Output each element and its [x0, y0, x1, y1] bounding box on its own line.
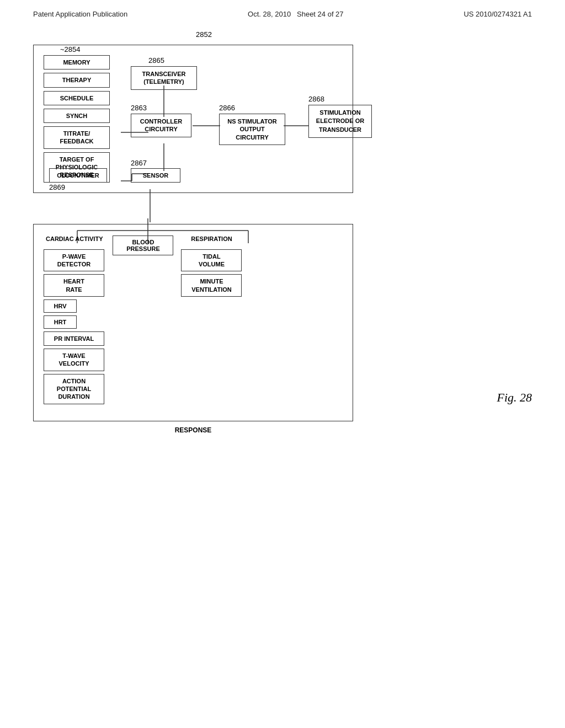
p-wave-box: P-WAVEDETECTOR — [44, 249, 104, 272]
outer-box: ~2854 MEMORY THERAPY SCHEDULE SYNCH TITR… — [33, 45, 353, 193]
label-2863: 2863 — [131, 104, 147, 112]
bp-box: BLOOD PRESSURE — [113, 235, 173, 255]
transceiver-box: TRANSCEIVER(TELEMETRY) — [131, 66, 197, 90]
schedule-box: SCHEDULE — [44, 91, 110, 105]
bottom-section: RESPONSE CARDIAC ACTIVITY P-WAVEDETECTOR… — [33, 224, 532, 421]
header-right: US 2010/0274321 A1 — [463, 10, 532, 18]
t-wave-box: T-WAVEVELOCITY — [44, 349, 104, 371]
label-2869: 2869 — [49, 183, 65, 191]
fig-label: Fig. 28 — [497, 390, 532, 405]
label-2865: 2865 — [148, 56, 164, 65]
label-2852: 2852 — [196, 30, 212, 39]
hrt-box: HRT — [44, 315, 77, 329]
action-potential-box: ACTIONPOTENTIALDURATION — [44, 374, 104, 404]
titrate-box: TITRATE/FEEDBACK — [44, 126, 110, 149]
synch-box: SYNCH — [44, 109, 110, 123]
pr-interval-box: PR INTERVAL — [44, 331, 104, 346]
therapy-box: THERAPY — [44, 73, 110, 87]
hrv-box: HRV — [44, 299, 77, 313]
bottom-cols: CARDIAC ACTIVITY P-WAVEDETECTOR HEARTRAT… — [44, 233, 343, 404]
response-label: RESPONSE — [175, 426, 212, 434]
resp-header: RESPIRATION — [181, 233, 242, 244]
memory-col: ~2854 MEMORY THERAPY SCHEDULE SYNCH TITR… — [44, 55, 110, 183]
resp-col: RESPIRATION TIDALVOLUME MINUTEVENTILATIO… — [181, 233, 242, 297]
sensor-box: SENSOR — [131, 168, 180, 183]
label-2854: ~2854 — [60, 45, 81, 53]
cardiac-col: CARDIAC ACTIVITY P-WAVEDETECTOR HEARTRAT… — [44, 233, 105, 404]
label-2866: 2866 — [219, 104, 235, 112]
header-center: Oct. 28, 2010 Sheet 24 of 27 — [248, 10, 343, 18]
header-left: Patent Application Publication — [33, 10, 127, 18]
minute-ventilation-box: MINUTEVENTILATION — [181, 274, 242, 297]
controller-box: CONTROLLERCIRCUITRY — [131, 114, 191, 137]
label-2867: 2867 — [131, 159, 147, 167]
memory-box: MEMORY — [44, 55, 110, 69]
sensor-to-bottom-line — [149, 189, 151, 222]
cardiac-header: CARDIAC ACTIVITY — [44, 233, 105, 244]
bp-col: BLOOD PRESSURE — [113, 235, 173, 255]
label-2868: 2868 — [308, 95, 324, 103]
top-section: 2852 ~2854 MEMORY THERAPY SCHEDULE SYNCH… — [33, 29, 532, 193]
diagram-area: 2852 ~2854 MEMORY THERAPY SCHEDULE SYNCH… — [0, 29, 565, 421]
heart-rate-box: HEARTRATE — [44, 274, 104, 297]
page-header: Patent Application Publication Oct. 28, … — [0, 0, 565, 24]
tidal-volume-box: TIDALVOLUME — [181, 249, 242, 272]
clock-timer-box: CLOCK/TIMER — [49, 168, 107, 183]
stim-electrode-box: STIMULATIONELECTRODE ORTRANSDUCER — [308, 105, 372, 138]
ns-stimulator-box: NS STIMULATOROUTPUT CIRCUITRY — [219, 114, 285, 145]
bottom-outer-box: RESPONSE CARDIAC ACTIVITY P-WAVEDETECTOR… — [33, 224, 353, 421]
